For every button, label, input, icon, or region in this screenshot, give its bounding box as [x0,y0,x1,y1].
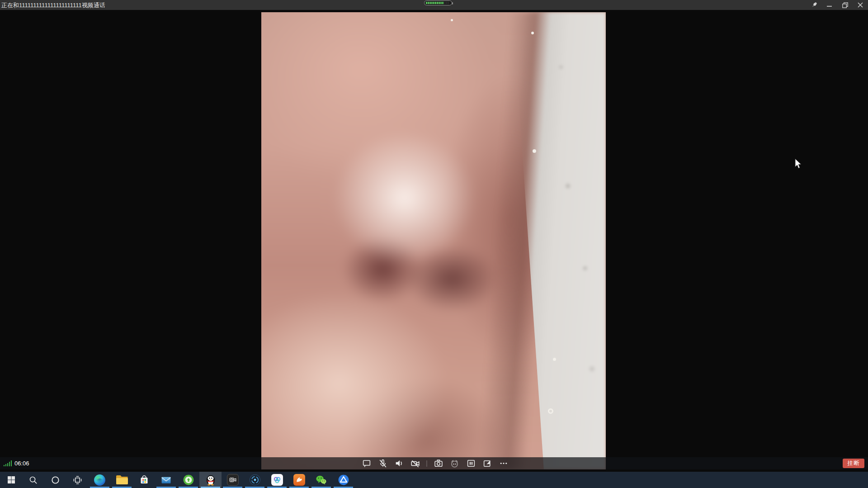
wechat-icon [315,474,327,486]
orange-app-icon [293,474,305,486]
mail-icon [160,474,172,486]
hangup-button[interactable]: 挂断 [843,459,864,468]
window-title: 正在和1111111111111111111111视频通话 [1,1,105,9]
call-window-body: 06:06 [0,10,868,472]
beauty-face-icon[interactable] [450,459,460,469]
camera-app-icon [227,474,239,486]
rings-app-icon [271,474,283,486]
taskbar-orange-app[interactable] [288,472,310,488]
taskbar-camera-app[interactable] [222,472,244,488]
taskbar: A S 15:00 周四 2021/5/6 2 [0,472,868,488]
task-view-icon[interactable] [66,472,89,488]
signal-battery-indicator [424,0,452,5]
doodle-edit-icon[interactable] [482,459,492,469]
more-options-icon[interactable] [499,459,509,469]
desktop: 正在和1111111111111111111111视频通话 [0,0,868,488]
recorder-icon [249,474,261,486]
file-explorer-icon [116,475,128,484]
store-icon [139,474,150,485]
green-manager-icon [183,474,194,486]
edge-icon [94,474,105,486]
search-icon[interactable] [22,472,44,488]
minimize-button[interactable] [822,0,837,10]
taskbar-qq[interactable] [199,472,222,488]
video-layout-icon[interactable] [466,459,476,469]
taskbar-triangle-app[interactable] [332,472,354,488]
close-button[interactable] [853,0,868,10]
taskbar-store[interactable] [133,472,155,488]
restore-button[interactable] [837,0,853,10]
mouse-cursor [795,158,802,171]
toolbar-divider [427,460,427,467]
start-button[interactable] [0,472,22,488]
cortana-icon[interactable] [44,472,66,488]
microphone-muted-icon[interactable] [378,459,388,469]
taskbar-recorder[interactable] [244,472,266,488]
taskbar-edge[interactable] [89,472,111,488]
qq-icon [205,474,217,486]
call-toolbar [362,457,509,469]
chat-icon[interactable] [362,459,372,469]
taskbar-green-manager[interactable] [177,472,199,488]
taskbar-rings-app[interactable] [266,472,288,488]
triangle-app-icon [338,474,349,486]
taskbar-mail[interactable] [155,472,177,488]
remote-video-feed[interactable] [261,12,606,469]
speaker-icon[interactable] [394,459,404,469]
camera-off-icon[interactable] [410,459,420,469]
taskbar-wechat[interactable] [310,472,332,488]
taskbar-file-explorer[interactable] [111,472,133,488]
call-duration: 06:06 [14,460,29,467]
call-signal-bars-icon [4,460,12,466]
call-control-bar: 06:06 [0,457,868,469]
pin-icon[interactable] [807,0,822,10]
screenshot-camera-icon[interactable] [434,459,443,469]
window-titlebar[interactable]: 正在和1111111111111111111111视频通话 [0,0,868,10]
